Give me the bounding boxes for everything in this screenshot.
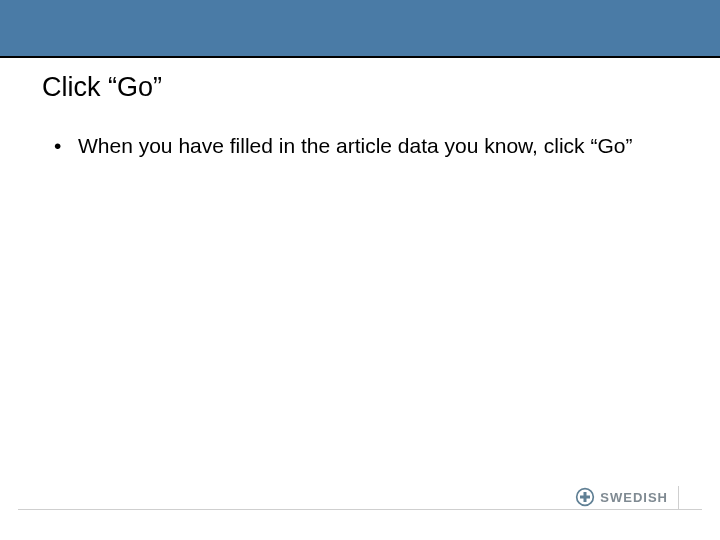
footer-divider-vertical	[678, 486, 679, 510]
plus-circle-icon	[575, 487, 595, 507]
accent-header-bar	[0, 0, 720, 58]
slide-content: • When you have filled in the article da…	[50, 132, 670, 160]
bullet-dot-icon: •	[50, 132, 78, 160]
bullet-text: When you have filled in the article data…	[78, 132, 670, 160]
list-item: • When you have filled in the article da…	[50, 132, 670, 160]
svg-rect-2	[580, 496, 590, 499]
slide-title: Click “Go”	[42, 72, 162, 103]
footer-logo-text: SWEDISH	[600, 490, 668, 505]
footer-logo: SWEDISH	[575, 484, 668, 510]
